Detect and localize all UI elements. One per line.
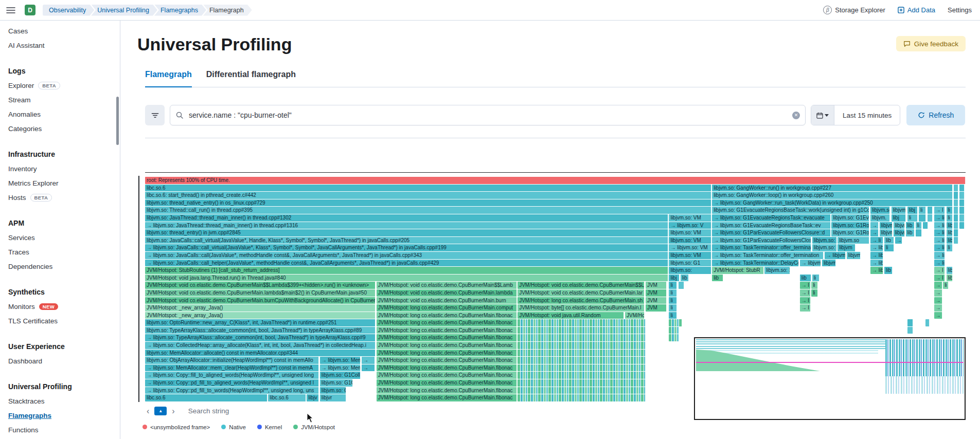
flamegraph-frame[interactable]: JVM/Hotspot: void co.elastic.demo.CpuBur… bbox=[518, 282, 645, 289]
flamegraph-frame[interactable]: libjvm.so: JavaThread::thread_main_inner… bbox=[145, 214, 668, 222]
flamegraph-frame[interactable] bbox=[916, 229, 922, 236]
flamegraph-frame[interactable]: JVM/Hotspot: void co.elastic.demo.CpuBur… bbox=[145, 297, 376, 304]
flamegraph-frame[interactable]: JVM/Hotspot: long co.elastic.demo.CpuBur… bbox=[377, 379, 517, 387]
flamegraph-frame[interactable]: JVM bbox=[646, 282, 667, 289]
flamegraph-frame[interactable]: → bbox=[934, 282, 942, 289]
flamegraph-frame[interactable]: → libjvm. bbox=[800, 260, 821, 267]
flamegraph-frame[interactable]: li bbox=[919, 207, 926, 214]
flamegraph-frame[interactable]: JVM/Hotspot: void co.elastic.demo.CpuBur… bbox=[377, 289, 517, 297]
flamegraph-frame[interactable]: libjvm.sc bbox=[870, 207, 890, 214]
flamegraph-frame[interactable]: → lib bbox=[934, 237, 946, 244]
flamegraph-frame[interactable]: → libjvm.so: CollectedHeap::array_alloca… bbox=[145, 342, 376, 349]
sidebar-item-dependencies[interactable]: Dependencies bbox=[8, 259, 115, 273]
storage-explorer-link[interactable]: β Storage Explorer bbox=[823, 6, 885, 14]
flamegraph-frame[interactable] bbox=[518, 387, 646, 394]
flamegraph-frame[interactable]: → l bbox=[800, 289, 811, 297]
flamegraph-frame[interactable]: → libjvm.so: Copy::pd_fill_to_words(Heap… bbox=[145, 387, 319, 394]
flamegraph-frame[interactable]: libjvm. bbox=[892, 207, 906, 214]
flamegraph-frame[interactable]: libjvm.so: VM bbox=[669, 214, 711, 222]
flamegraph-frame[interactable]: JVM/Hotspot: long co.elastic.demo.CpuBur… bbox=[377, 327, 517, 334]
flamegraph-frame[interactable]: → lib bbox=[934, 252, 946, 259]
search-input[interactable] bbox=[188, 111, 792, 120]
flamegraph-frame[interactable] bbox=[518, 342, 646, 349]
flamegraph-frame[interactable]: JVM bbox=[646, 304, 667, 312]
flamegraph-frame[interactable]: JVM/Hotspot: long co.elastic.demo.CpuBur… bbox=[518, 297, 645, 304]
flamegraph-frame[interactable]: JVM/Hotspot: long co.elastic.demo.CpuBur… bbox=[377, 350, 517, 357]
flamegraph-frame[interactable]: libjvm.so: thread_entry() in jvm.cpp#284… bbox=[145, 229, 668, 236]
flamegraph-frame[interactable]: → libjvm.so: VM bbox=[669, 244, 711, 251]
flamegraph-frame[interactable] bbox=[954, 207, 959, 214]
flamegraph-frame[interactable]: → l bbox=[800, 297, 811, 304]
sidebar-item-flamegraphs[interactable]: Flamegraphs bbox=[8, 408, 115, 423]
flamegraph-frame[interactable]: libjvm.s bbox=[880, 222, 893, 229]
flamegraph-frame[interactable]: → l bbox=[800, 304, 811, 312]
flamegraph-frame[interactable]: lib bbox=[884, 237, 894, 244]
flamegraph-frame[interactable]: libjvm.so: bbox=[812, 237, 837, 244]
flamegraph-frame[interactable]: JVM/Hotspot: long co.elastic.demo.CpuBur… bbox=[377, 372, 517, 379]
flamegraph-frame[interactable]: libjvm.so: G1RootPro bbox=[831, 229, 869, 236]
flamegraph-frame[interactable] bbox=[954, 222, 959, 229]
flamegraph-frame[interactable]: libjvm.so: G1 bbox=[669, 260, 711, 267]
flamegraph-frame[interactable] bbox=[954, 199, 959, 207]
flamegraph-frame[interactable]: li bbox=[943, 282, 949, 289]
flamegraph-frame[interactable]: libjvm.so: S bbox=[764, 267, 790, 274]
flamegraph-frame[interactable]: libjvm.so: G1EvacuateRe bbox=[831, 214, 869, 222]
flamegraph-frame[interactable]: libjvm.so: GangWorker::run() in workgrou… bbox=[712, 185, 953, 192]
flamegraph-frame[interactable]: lib bbox=[884, 267, 893, 274]
flamegraph-frame[interactable]: → libjvm.so: G1EvacuateRegionsBaseTask::… bbox=[712, 222, 830, 229]
flamegraph-frame[interactable]: lib bbox=[947, 229, 953, 236]
flamegraph-frame[interactable] bbox=[679, 282, 684, 289]
flamegraph-frame[interactable]: libjvm bbox=[894, 222, 905, 229]
flamegraph-frame[interactable] bbox=[669, 319, 682, 326]
flamegraph-minimap[interactable] bbox=[694, 337, 966, 420]
flamegraph-frame[interactable]: lib bbox=[906, 229, 915, 236]
sidebar-item-tls-certificates[interactable]: TLS Certificates bbox=[8, 314, 115, 328]
query-bar[interactable]: ✕ bbox=[170, 105, 806, 125]
flamegraph-frame[interactable] bbox=[959, 222, 965, 229]
flamegraph-frame[interactable]: libjvm. bbox=[870, 214, 890, 222]
flamegraph-frame[interactable] bbox=[518, 327, 646, 334]
filter-button[interactable] bbox=[145, 105, 165, 125]
flamegraph-frame[interactable]: lib bbox=[712, 275, 723, 282]
flamegraph-frame[interactable]: → libjvm.so: G1EvacuateRegionsTask::evac… bbox=[712, 214, 830, 222]
flamegraph-frame[interactable]: li bbox=[669, 304, 677, 312]
flamegraph-frame[interactable] bbox=[959, 207, 965, 214]
flamegraph-frame[interactable]: li bbox=[669, 282, 677, 289]
flamegraph-frame[interactable]: JVM bbox=[646, 289, 667, 297]
sidebar-scrollbar[interactable] bbox=[116, 97, 119, 145]
sidebar-item-explorer[interactable]: ExplorerBETA bbox=[8, 78, 115, 93]
flamegraph-frame[interactable] bbox=[925, 319, 930, 326]
flamegraph-frame[interactable]: libjvm bbox=[847, 252, 861, 259]
flamegraph-frame[interactable]: libjvm.so: thread_native_entry() in os_l… bbox=[145, 199, 711, 207]
flamegraph-frame[interactable]: → bbox=[870, 222, 879, 229]
flamegraph-frame[interactable]: JVM/Hotspot: StubR bbox=[712, 267, 763, 274]
flamegraph-frame[interactable]: → libjvm.so: JavaCalls::call_helper(Java… bbox=[145, 260, 668, 267]
flamegraph-frame[interactable]: libjvm bbox=[894, 229, 905, 236]
flamegraph-frame[interactable]: libjvm.so: TypeArrayKlass::allocate_comm… bbox=[145, 327, 376, 334]
sidebar-item-stream[interactable]: Stream bbox=[8, 93, 115, 107]
flamegraph-frame[interactable]: libjvm.so: MemAllocator::allocate() cons… bbox=[145, 350, 376, 357]
flamegraph-frame[interactable]: → libjvm.so: Mem bbox=[320, 357, 361, 364]
flamegraph-frame[interactable] bbox=[669, 334, 680, 341]
prev-match-button[interactable]: ‹ bbox=[147, 407, 149, 415]
flamegraph-frame[interactable]: → libjvm.so: Mem bbox=[320, 364, 361, 372]
time-range-label[interactable]: Last 15 minutes bbox=[834, 112, 900, 119]
sidebar-item-metrics-explorer[interactable]: Metrics Explorer bbox=[8, 176, 115, 190]
flamegraph-frame[interactable]: libjvm.so: Thread::call_run() in thread.… bbox=[145, 207, 711, 214]
flamegraph-frame[interactable]: JVM/Hotspot: void co.elastic.demo.CpuBur… bbox=[377, 297, 517, 304]
flamegraph-frame[interactable]: JVM/Hotspot: _new_array_Java() bbox=[145, 312, 376, 319]
flamegraph-frame[interactable]: → bbox=[895, 237, 902, 244]
flamegraph-frame[interactable] bbox=[954, 192, 959, 199]
flamegraph-frame[interactable]: libjvm bbox=[822, 260, 836, 267]
sidebar-item-monitors[interactable]: MonitorsNEW bbox=[8, 299, 115, 314]
flamegraph-frame[interactable]: JVM/Hotspot: long co.elastic.demo.CpuBur… bbox=[377, 319, 517, 326]
flamegraph-frame[interactable]: → libjvm.so: TypeArrayKlass::allocate_co… bbox=[145, 334, 376, 341]
flamegraph-frame[interactable]: JVM/Hotspot: void co.elastic.demo.CpuBur… bbox=[518, 289, 645, 297]
flamegraph-frame[interactable]: → lib bbox=[870, 267, 884, 274]
flamegraph-frame[interactable]: → li bbox=[934, 214, 946, 222]
flamegraph-frame[interactable]: libjvm.so: G1Colle bbox=[320, 372, 361, 379]
space-badge[interactable]: D bbox=[25, 5, 35, 15]
flamegraph-frame[interactable] bbox=[928, 207, 933, 214]
flamegraph-frame[interactable]: libc.so.6: start_thread() in pthread_cre… bbox=[145, 192, 711, 199]
breadcrumb-universal-profiling[interactable]: Universal Profiling bbox=[91, 5, 157, 16]
